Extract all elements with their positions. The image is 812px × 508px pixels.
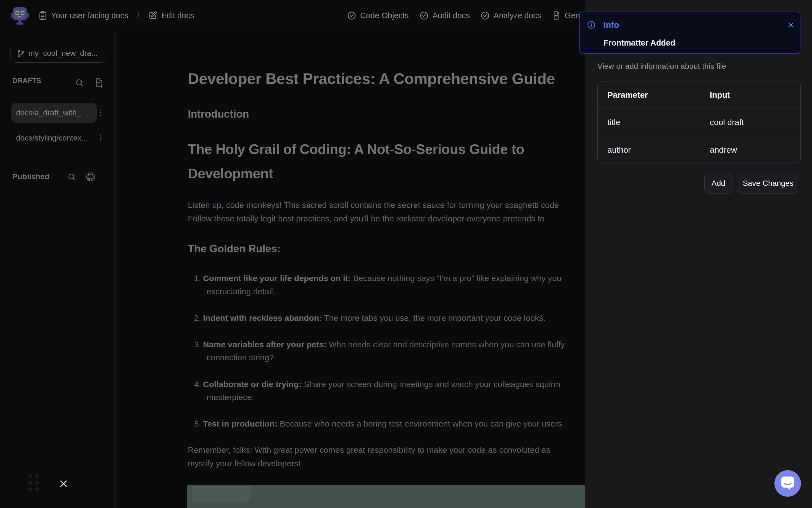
breadcrumb: Your user-facing docs / Edit docs xyxy=(39,0,194,31)
doc-rule-4-line2: masterpiece. xyxy=(207,393,254,402)
column-header-parameter: Parameter xyxy=(598,90,710,100)
published-section-header: Published xyxy=(12,172,49,181)
close-icon xyxy=(787,22,795,29)
doc-title: Developer Best Practices: A Comprehensiv… xyxy=(188,70,555,87)
save-changes-button[interactable]: Save Changes xyxy=(738,173,798,194)
git-branch-icon xyxy=(17,49,25,57)
doc-intro-heading: Introduction xyxy=(188,108,249,120)
breadcrumb-your-docs-label: Your user-facing docs xyxy=(51,11,128,20)
app-logo[interactable] xyxy=(10,5,29,26)
metadata-table-header: Parameter Input xyxy=(598,81,800,109)
file-plus-icon xyxy=(94,78,104,88)
cell-parameter: title xyxy=(598,118,710,127)
cell-parameter: author xyxy=(598,145,710,155)
info-icon xyxy=(587,21,596,29)
cell-input: andrew xyxy=(710,145,800,155)
search-icon xyxy=(68,173,76,181)
nav-item-label: Analyze docs xyxy=(494,11,541,20)
circle-check-icon xyxy=(420,11,429,20)
doc-rule-4-line1: 4.Collaborate or die trying: Share your … xyxy=(194,380,560,389)
toast-close-button[interactable] xyxy=(787,21,795,29)
kebab-menu-icon xyxy=(98,108,103,118)
circle-check-icon xyxy=(348,11,356,20)
breadcrumb-your-docs[interactable]: Your user-facing docs xyxy=(39,11,128,20)
doc-embedded-image-window xyxy=(192,486,251,502)
chat-bubble-icon xyxy=(781,476,794,491)
doc-rule-3-line2: connection string? xyxy=(207,353,274,362)
search-published-button[interactable] xyxy=(68,173,76,181)
breadcrumb-edit-docs[interactable]: Edit docs xyxy=(148,11,194,20)
rule-number: 5. xyxy=(194,419,203,428)
drag-handle[interactable] xyxy=(28,474,43,493)
edit-docs-icon xyxy=(148,11,157,20)
doc-golden-rules-heading: The Golden Rules: xyxy=(188,243,281,255)
doc-rule-5-line1: 5.Test in production: Because who needs … xyxy=(194,419,562,428)
panel-subtitle: View or add information about this file xyxy=(597,62,726,71)
doc-rule-3-line1: 3.Name variables after your pets: Who ne… xyxy=(194,340,565,349)
drafts-section-header: DRAFTS xyxy=(12,77,41,85)
info-toast: Info Frontmatter Added xyxy=(579,12,800,53)
clipboard-icon xyxy=(39,11,47,20)
table-row: title cool draft xyxy=(598,109,800,136)
rule-number: 4. xyxy=(194,380,203,389)
branch-selector-button[interactable]: my_cool_new_dra... xyxy=(10,44,105,63)
doc-rule-2-line1: 2.Indent with reckless abandon: The more… xyxy=(194,313,545,323)
kebab-menu-icon xyxy=(98,132,103,142)
search-drafts-button[interactable] xyxy=(75,78,84,87)
document-icon xyxy=(553,11,561,20)
rule-number: 1. xyxy=(194,273,203,283)
toast-title: Info xyxy=(604,20,619,30)
doc-paragraph-line: mystify your fellow developers! xyxy=(188,459,301,468)
chat-launcher-button[interactable] xyxy=(774,470,801,497)
nav-item-label: Audit docs xyxy=(433,11,470,20)
toast-message: Frontmatter Added xyxy=(604,38,675,47)
column-header-input: Input xyxy=(710,90,800,100)
draft-1-menu-button[interactable] xyxy=(98,108,103,118)
robot-logo-icon xyxy=(10,5,29,26)
doc-h2-line2: Development xyxy=(188,166,273,182)
file-metadata-panel: File metadata View or add information ab… xyxy=(585,0,812,508)
close-icon xyxy=(59,479,68,488)
sidebar: my_cool_new_dra... DRAFTS docs/a_draft_w… xyxy=(0,31,116,508)
cell-input: cool draft xyxy=(710,118,800,127)
new-draft-button[interactable] xyxy=(94,78,104,88)
github-sync-button[interactable] xyxy=(86,172,95,181)
circle-check-icon xyxy=(481,11,489,20)
sidebar-item-draft-2[interactable]: docs/styling/contex... xyxy=(16,132,88,143)
doc-rule-1-line2: excruciating detail. xyxy=(207,287,275,296)
sidebar-item-draft-selected[interactable]: docs/a_draft_with_... xyxy=(11,103,97,123)
doc-paragraph-line: Remember, folks: With great power comes … xyxy=(188,445,550,455)
doc-paragraph-line: Follow these totally legit best practice… xyxy=(188,214,544,223)
search-icon xyxy=(75,78,84,87)
doc-rule-1-line1: 1.Comment like your life depends on it: … xyxy=(194,273,562,283)
rule-number: 2. xyxy=(194,313,203,323)
doc-h2-line1: The Holy Grail of Coding: A Not-So-Serio… xyxy=(188,141,524,157)
nav-item-code-objects[interactable]: Code Objects xyxy=(348,11,409,20)
draft-item-label: docs/styling/contex... xyxy=(16,134,88,142)
draft-item-label: docs/a_draft_with_... xyxy=(16,109,87,117)
table-row: author andrew xyxy=(598,136,800,163)
top-nav-menu: Code Objects Audit docs Analyze docs Gen… xyxy=(348,0,598,31)
overlay-close-button[interactable] xyxy=(59,479,69,489)
github-icon xyxy=(86,172,95,181)
branch-label: my_cool_new_dra... xyxy=(29,49,98,58)
breadcrumb-edit-docs-label: Edit docs xyxy=(161,11,194,20)
nav-item-label: Code Objects xyxy=(360,11,409,20)
metadata-table: Parameter Input title cool draft author … xyxy=(597,81,801,163)
nav-item-analyze-docs[interactable]: Analyze docs xyxy=(481,11,541,20)
add-button[interactable]: Add xyxy=(704,173,732,194)
nav-item-audit-docs[interactable]: Audit docs xyxy=(420,11,470,20)
draft-2-menu-button[interactable] xyxy=(98,132,103,142)
breadcrumb-separator: / xyxy=(137,11,139,20)
doc-paragraph-line: Listen up, code monkeys! This sacred scr… xyxy=(188,201,559,210)
rule-number: 3. xyxy=(194,340,203,349)
